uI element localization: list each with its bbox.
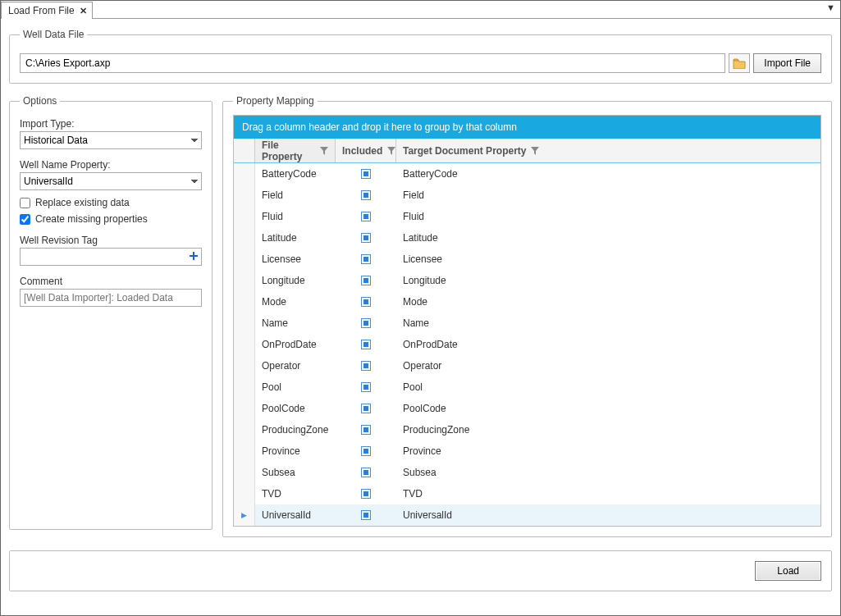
- tabbar-overflow-icon[interactable]: ▼: [825, 1, 837, 14]
- add-revision-tag-icon[interactable]: [187, 249, 200, 262]
- property-mapping-group: Property Mapping Drag a column header an…: [222, 95, 832, 537]
- table-row[interactable]: OperatorOperator: [234, 355, 820, 376]
- table-row[interactable]: LicenseeLicensee: [234, 249, 820, 270]
- cell-file-property: BatteryCode: [255, 168, 336, 180]
- checkbox-icon[interactable]: [361, 276, 371, 285]
- cell-included[interactable]: [336, 318, 396, 328]
- replace-existing-label[interactable]: Replace existing data: [35, 197, 130, 208]
- cell-file-property: Latitude: [255, 232, 336, 244]
- import-type-select[interactable]: Historical Data: [20, 131, 202, 149]
- create-missing-label[interactable]: Create missing properties: [35, 213, 148, 225]
- table-row[interactable]: PoolPool: [234, 376, 820, 398]
- cell-included[interactable]: [336, 254, 396, 264]
- table-row[interactable]: OnProdDateOnProdDate: [234, 334, 820, 355]
- group-by-bar[interactable]: Drag a column header and drop it here to…: [234, 116, 820, 139]
- table-row[interactable]: TVDTVD: [234, 483, 820, 504]
- close-icon[interactable]: ✕: [80, 6, 87, 16]
- checkbox-icon[interactable]: [361, 446, 371, 456]
- cell-included[interactable]: [336, 169, 396, 179]
- checkbox-icon[interactable]: [361, 361, 371, 371]
- well-revision-tag-input[interactable]: [20, 248, 202, 266]
- cell-included[interactable]: [336, 382, 396, 392]
- cell-included[interactable]: [336, 468, 396, 477]
- load-button[interactable]: Load: [755, 561, 821, 581]
- filter-icon[interactable]: [387, 147, 395, 155]
- checkbox-icon[interactable]: [361, 468, 371, 477]
- cell-file-property: ProducingZone: [255, 424, 336, 436]
- tab-bar: Load From File ✕ ▼: [1, 1, 840, 19]
- table-row[interactable]: ProvinceProvince: [234, 440, 820, 462]
- browse-file-button[interactable]: [729, 53, 750, 73]
- cell-target-document-property: Longitude: [396, 275, 820, 286]
- checkbox-icon[interactable]: [361, 233, 371, 243]
- checkbox-icon[interactable]: [361, 212, 371, 221]
- cell-included[interactable]: [336, 340, 396, 349]
- column-label: File Property: [262, 139, 315, 162]
- cell-target-document-property: Licensee: [396, 253, 820, 265]
- comment-input[interactable]: [20, 289, 202, 307]
- cell-included[interactable]: [336, 297, 396, 307]
- footer-panel: Load: [9, 550, 832, 591]
- cell-file-property: Operator: [255, 360, 336, 372]
- well-name-property-select[interactable]: UniversalId: [20, 172, 202, 190]
- cell-file-property: TVD: [255, 488, 336, 500]
- checkbox-icon[interactable]: [361, 254, 371, 264]
- checkbox-icon[interactable]: [361, 318, 371, 328]
- column-label: Included: [342, 145, 382, 157]
- checkbox-icon[interactable]: [361, 382, 371, 392]
- cell-included[interactable]: [336, 489, 396, 499]
- cell-included[interactable]: [336, 276, 396, 285]
- import-file-button[interactable]: Import File: [753, 53, 821, 73]
- cell-target-document-property: Mode: [396, 296, 820, 308]
- folder-icon: [733, 57, 746, 69]
- cell-file-property: Licensee: [255, 253, 336, 265]
- row-indicator: [234, 227, 255, 249]
- create-missing-checkbox[interactable]: [20, 214, 30, 225]
- row-indicator: [234, 419, 255, 440]
- checkbox-icon[interactable]: [361, 404, 371, 413]
- table-row[interactable]: NameName: [234, 313, 820, 334]
- row-indicator: [234, 398, 255, 419]
- property-mapping-grid: Drag a column header and drop it here to…: [233, 115, 821, 527]
- cell-file-property: PoolCode: [255, 403, 336, 414]
- cell-included[interactable]: [336, 361, 396, 371]
- cell-included[interactable]: [336, 510, 396, 520]
- well-name-property-label: Well Name Property:: [20, 159, 202, 171]
- checkbox-icon[interactable]: [361, 510, 371, 520]
- cell-file-property: Longitude: [255, 275, 336, 286]
- checkbox-icon[interactable]: [361, 169, 371, 179]
- cell-target-document-property: TVD: [396, 488, 820, 500]
- checkbox-icon[interactable]: [361, 297, 371, 307]
- cell-included[interactable]: [336, 446, 396, 456]
- table-row[interactable]: PoolCodePoolCode: [234, 398, 820, 419]
- column-header-target-document-property[interactable]: Target Document Property: [396, 139, 820, 162]
- checkbox-icon[interactable]: [361, 489, 371, 499]
- table-row[interactable]: ▶UniversalIdUniversalId: [234, 504, 820, 526]
- table-row[interactable]: FieldField: [234, 185, 820, 206]
- cell-included[interactable]: [336, 233, 396, 243]
- table-row[interactable]: LongitudeLongitude: [234, 270, 820, 291]
- checkbox-icon[interactable]: [361, 190, 371, 200]
- cell-target-document-property: Fluid: [396, 211, 820, 222]
- filter-icon[interactable]: [531, 147, 539, 155]
- cell-included[interactable]: [336, 212, 396, 221]
- row-indicator: [234, 483, 255, 504]
- checkbox-icon[interactable]: [361, 425, 371, 435]
- replace-existing-checkbox[interactable]: [20, 198, 30, 208]
- table-row[interactable]: SubseaSubsea: [234, 462, 820, 483]
- filter-icon[interactable]: [320, 147, 328, 155]
- table-row[interactable]: BatteryCodeBatteryCode: [234, 163, 820, 185]
- table-row[interactable]: LatitudeLatitude: [234, 227, 820, 249]
- column-header-file-property[interactable]: File Property: [255, 139, 336, 162]
- file-path-input[interactable]: [20, 53, 725, 73]
- column-header-included[interactable]: Included: [336, 139, 396, 162]
- table-row[interactable]: ModeMode: [234, 291, 820, 313]
- cell-included[interactable]: [336, 190, 396, 200]
- table-row[interactable]: ProducingZoneProducingZone: [234, 419, 820, 440]
- table-row[interactable]: FluidFluid: [234, 206, 820, 227]
- cell-target-document-property: OnProdDate: [396, 339, 820, 350]
- tab-load-from-file[interactable]: Load From File ✕: [1, 2, 93, 19]
- checkbox-icon[interactable]: [361, 340, 371, 349]
- cell-included[interactable]: [336, 404, 396, 413]
- cell-included[interactable]: [336, 425, 396, 435]
